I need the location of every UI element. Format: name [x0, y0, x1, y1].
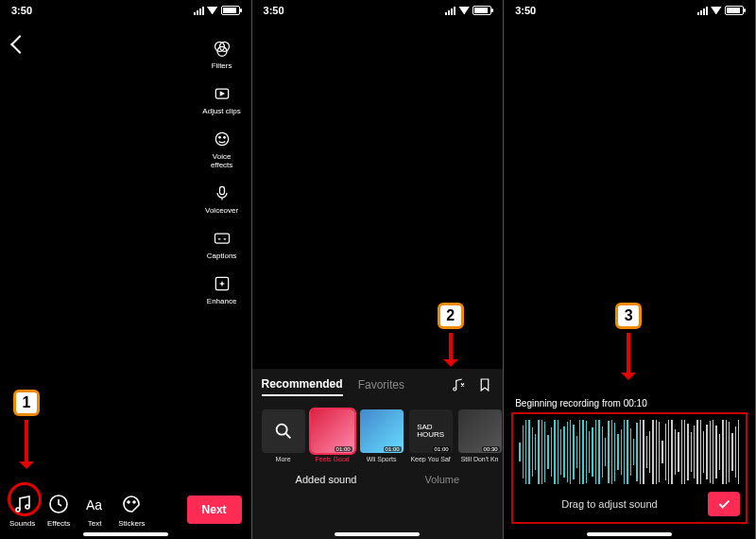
- voiceover-icon: [212, 183, 232, 203]
- bottom-label: Sounds: [9, 519, 35, 528]
- track-name: More: [276, 456, 291, 462]
- track-item[interactable]: 01:00 Wii Sports: [360, 409, 404, 462]
- tab-favorites[interactable]: Favorites: [358, 378, 404, 395]
- track-name: Still Don't Kn: [461, 456, 499, 462]
- track-list: More 01:00 Feels Good 01:00 Wii Sports S…: [262, 409, 494, 462]
- svg-point-5: [218, 137, 220, 139]
- filters-icon: [212, 38, 232, 59]
- tool-adjust-clips[interactable]: Adjust clips: [202, 83, 242, 115]
- svg-point-15: [133, 501, 135, 503]
- tool-captions[interactable]: Captions: [202, 228, 242, 260]
- svg-point-6: [223, 137, 225, 139]
- waveform[interactable]: [519, 420, 740, 484]
- track-duration: 01:00: [335, 446, 352, 452]
- tool-label: Captions: [207, 252, 237, 260]
- track-duration: 01:00: [433, 446, 451, 452]
- bookmark-icon[interactable]: [476, 376, 493, 396]
- step-badge-2: 2: [438, 303, 464, 329]
- adjust-clips-icon: [212, 83, 232, 104]
- track-item[interactable]: SADHOURS01:00 Keep You Saf: [409, 409, 453, 462]
- track-item[interactable]: 01:00 Feels Good: [311, 409, 354, 462]
- battery-icon: [725, 6, 744, 15]
- status-bar: 3:50: [504, 0, 755, 21]
- subtab-added-sound[interactable]: Added sound: [296, 474, 357, 485]
- stickers-button[interactable]: Stickers: [118, 492, 145, 528]
- svg-text:Aa: Aa: [86, 497, 102, 513]
- signal-icon: [697, 7, 708, 15]
- sound-tabs: Recommended Favorites: [262, 376, 494, 402]
- tool-voice-effects[interactable]: Voice effects: [202, 129, 242, 169]
- track-name: Feels Good: [316, 456, 350, 462]
- music-note-icon: [10, 492, 35, 516]
- step-badge-1: 1: [13, 390, 40, 416]
- tool-enhance[interactable]: Enhance: [202, 273, 242, 305]
- annotation-arrow: [25, 420, 28, 467]
- panel-adjust-sound: 3:50 3 Beginning recording from 00:10 Dr…: [504, 0, 756, 539]
- sounds-button[interactable]: Sounds: [9, 492, 35, 528]
- trim-sound-icon[interactable]: [450, 376, 467, 396]
- clock-icon: [46, 492, 71, 516]
- annotation-arrow: [449, 333, 453, 365]
- bottom-toolbar: Sounds Effects Aa Text Stickers Next: [0, 492, 251, 528]
- bottom-label: Text: [88, 519, 102, 528]
- track-thumb: SADHOURS01:00: [409, 409, 453, 453]
- track-more[interactable]: More: [262, 409, 305, 462]
- effects-button[interactable]: Effects: [46, 492, 71, 528]
- battery-icon: [472, 6, 491, 15]
- svg-point-16: [454, 388, 456, 391]
- home-indicator: [587, 532, 672, 536]
- svg-point-14: [128, 501, 129, 503]
- tab-recommended[interactable]: Recommended: [262, 377, 343, 396]
- next-label: Next: [202, 503, 227, 516]
- tool-label: Adjust clips: [202, 107, 240, 115]
- sticker-icon: [119, 492, 144, 516]
- battery-icon: [221, 6, 240, 15]
- wifi-icon: [711, 7, 722, 15]
- drag-hint: Drag to adjust sound: [519, 498, 700, 510]
- track-duration: 00:30: [482, 446, 500, 452]
- tool-filters[interactable]: Filters: [202, 38, 242, 70]
- panel-sounds-sheet: 3:50 2 Recommended Favorites More 01:00: [252, 0, 505, 539]
- track-name: Keep You Saf: [410, 456, 450, 462]
- home-indicator: [335, 532, 420, 536]
- status-time: 3:50: [264, 5, 284, 16]
- tool-voiceover[interactable]: Voiceover: [202, 183, 242, 215]
- wifi-icon: [458, 7, 470, 15]
- tool-label: Voiceover: [205, 206, 238, 215]
- recording-start-label: Beginning recording from 00:10: [515, 398, 647, 409]
- status-time: 3:50: [11, 5, 32, 16]
- status-right: [697, 6, 744, 15]
- step-badge-3: 3: [615, 303, 642, 329]
- waveform-container: Drag to adjust sound: [511, 412, 747, 524]
- text-aa-icon: Aa: [82, 492, 107, 516]
- svg-rect-7: [219, 186, 224, 194]
- panel-edit-screen: 3:50 Filters Adjust clips Voice effects …: [0, 0, 252, 539]
- back-button[interactable]: [10, 35, 29, 54]
- track-thumb: 00:30: [458, 409, 502, 453]
- status-bar: 3:50: [0, 0, 251, 21]
- waveform-controls: Drag to adjust sound: [519, 492, 740, 516]
- next-button[interactable]: Next: [187, 496, 242, 524]
- track-name: Wii Sports: [367, 456, 397, 462]
- sound-subtabs: Added sound Volume: [262, 474, 494, 485]
- tool-label: Filters: [212, 61, 232, 70]
- right-tool-column: Filters Adjust clips Voice effects Voice…: [202, 38, 242, 305]
- track-thumb: 01:00: [360, 409, 404, 453]
- text-button[interactable]: Aa Text: [82, 492, 107, 528]
- confirm-button[interactable]: [708, 492, 740, 516]
- track-thumb: 01:00: [311, 409, 354, 453]
- bottom-label: Effects: [47, 519, 70, 528]
- enhance-icon: [212, 273, 232, 294]
- wifi-icon: [207, 7, 218, 15]
- status-right: [445, 6, 491, 15]
- status-time: 3:50: [515, 5, 536, 16]
- subtab-volume[interactable]: Volume: [424, 474, 459, 485]
- bottom-label: Stickers: [118, 519, 145, 528]
- tool-label: Enhance: [207, 297, 237, 305]
- home-indicator: [83, 532, 168, 536]
- track-duration: 01:00: [384, 446, 402, 452]
- status-right: [194, 6, 240, 15]
- track-item[interactable]: 00:30 Still Don't Kn: [458, 409, 502, 462]
- voice-effects-icon: [212, 129, 232, 149]
- svg-point-10: [16, 508, 20, 512]
